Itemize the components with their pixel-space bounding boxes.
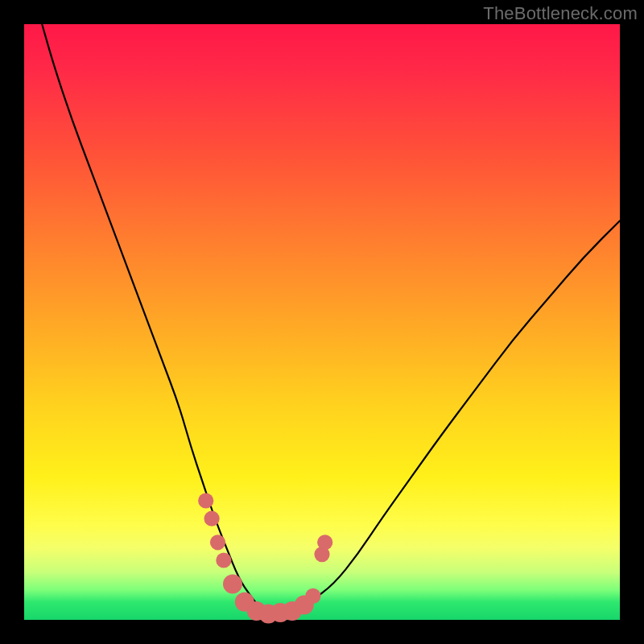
curve-marker	[317, 535, 332, 550]
curve-marker	[216, 552, 231, 568]
curve-markers	[198, 493, 332, 623]
curve-marker	[204, 511, 220, 526]
curve-marker	[305, 588, 320, 604]
curve-layer	[24, 24, 620, 620]
plot-area	[24, 24, 620, 620]
chart-frame: TheBottleneck.com	[0, 0, 644, 644]
curve-marker	[223, 575, 242, 594]
watermark-text: TheBottleneck.com	[483, 3, 638, 24]
bottleneck-curve	[42, 24, 620, 613]
curve-marker	[210, 535, 225, 550]
curve-marker	[198, 493, 213, 508]
